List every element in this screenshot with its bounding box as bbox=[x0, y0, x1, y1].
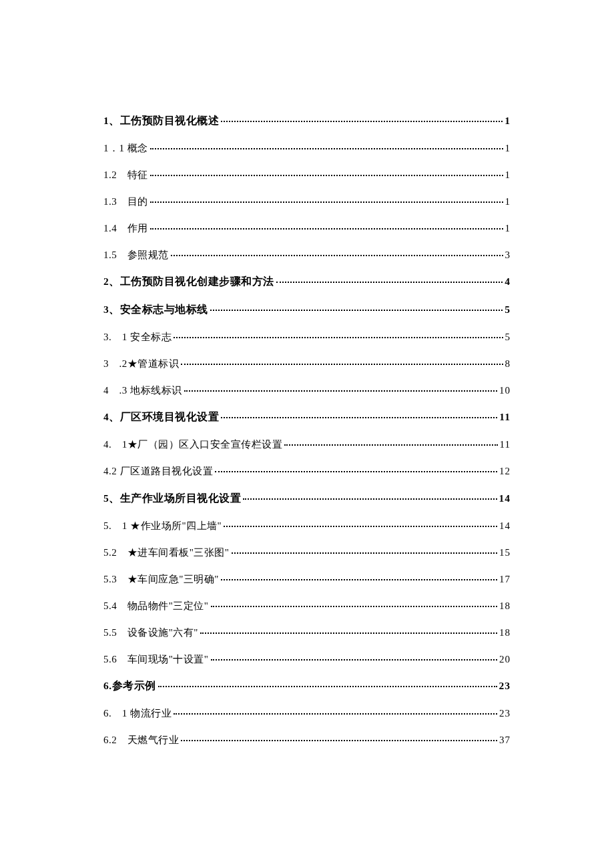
toc-entry: 1.3 目的1 bbox=[103, 195, 511, 208]
toc-entry: 1.2 特征1 bbox=[103, 168, 511, 181]
toc-entry: 4 .3 地标线标识10 bbox=[103, 384, 511, 397]
toc-page-number: 4 bbox=[505, 276, 511, 288]
toc-label: 3、安全标志与地标线 bbox=[103, 303, 208, 317]
toc-leader bbox=[284, 438, 497, 448]
toc-leader bbox=[210, 302, 503, 313]
toc-label: 4. 1★厂（园）区入口安全宣传栏设置 bbox=[103, 438, 282, 451]
toc-label: 4、厂区环境目视化设置 bbox=[103, 410, 219, 424]
toc-entry: 5.5 设备设施"六有"18 bbox=[103, 626, 511, 639]
toc-page-number: 1 bbox=[505, 115, 511, 127]
toc-label: 5.2 ★进车间看板"三张图" bbox=[103, 546, 230, 559]
toc-label: 5.6 车间现场"十设置" bbox=[103, 653, 209, 666]
toc-label: 4.2 厂区道路目视化设置 bbox=[103, 465, 213, 478]
toc-entry: 3、安全标志与地标线5 bbox=[103, 302, 511, 317]
toc-entry: 3 .2★管道标识8 bbox=[103, 357, 511, 370]
toc-page-number: 12 bbox=[499, 466, 511, 477]
toc-page-number: 18 bbox=[499, 627, 511, 638]
toc-entry: 5、生产作业场所目视化设置14 bbox=[103, 491, 511, 506]
toc-page-number: 1 bbox=[505, 223, 511, 234]
toc-page-number: 1 bbox=[505, 143, 511, 154]
toc-leader bbox=[221, 113, 503, 124]
toc-label: 5、生产作业场所目视化设置 bbox=[103, 492, 241, 506]
toc-page-number: 23 bbox=[499, 680, 511, 692]
toc-entry: 1.5 参照规范3 bbox=[103, 248, 511, 262]
toc-page-number: 5 bbox=[505, 304, 511, 316]
toc-entry: 6.参考示例23 bbox=[103, 679, 511, 694]
toc-entry: 2、工伤预防目视化创建步骤和方法4 bbox=[103, 275, 511, 290]
toc-leader bbox=[150, 195, 503, 205]
toc-entry: 6. 1 物流行业23 bbox=[103, 707, 511, 720]
toc-label: 3. 1 安全标志 bbox=[103, 331, 172, 344]
toc-leader bbox=[184, 384, 498, 394]
toc-label: 1、工伤预防目视化概述 bbox=[103, 114, 219, 128]
toc-entry: 5.4 物品物件"三定位"18 bbox=[103, 599, 511, 612]
toc-entry: 4. 1★厂（园）区入口安全宣传栏设置11 bbox=[103, 438, 511, 451]
toc-label: 6.参考示例 bbox=[103, 679, 156, 693]
toc-page-number: 3 bbox=[505, 250, 511, 261]
toc-page-number: 37 bbox=[499, 735, 511, 746]
toc-label: 6. 1 物流行业 bbox=[103, 707, 172, 720]
toc-leader bbox=[150, 141, 503, 151]
toc-label: 1.3 目的 bbox=[103, 195, 148, 208]
toc-label: 5. 1 ★作业场所"四上墙" bbox=[103, 520, 222, 532]
toc-page-number: 14 bbox=[499, 492, 511, 504]
toc-page-number: 5 bbox=[505, 332, 511, 343]
toc-leader bbox=[174, 330, 503, 340]
toc-page-number: 8 bbox=[505, 358, 511, 370]
toc-label: 1.5 参照规范 bbox=[103, 249, 169, 262]
toc-leader bbox=[150, 168, 503, 178]
toc-entry: 6.2 天燃气行业37 bbox=[103, 733, 511, 747]
toc-leader bbox=[174, 707, 497, 717]
toc-entry: 1．1 概念1 bbox=[103, 141, 511, 155]
toc-entry: 4、厂区环境目视化设置11 bbox=[103, 410, 511, 425]
toc-leader bbox=[224, 519, 497, 529]
toc-page-number: 14 bbox=[499, 520, 511, 532]
toc-page-number: 23 bbox=[499, 708, 511, 719]
toc-page-number: 20 bbox=[499, 654, 511, 665]
toc-label: 3 .2★管道标识 bbox=[103, 358, 179, 370]
toc-page-number: 15 bbox=[499, 547, 511, 558]
toc-leader bbox=[181, 733, 497, 743]
toc-leader bbox=[221, 410, 497, 421]
toc-leader bbox=[221, 572, 497, 582]
toc-leader bbox=[232, 546, 498, 556]
toc-page-number: 11 bbox=[500, 439, 511, 450]
toc-label: 5.4 物品物件"三定位" bbox=[103, 600, 209, 612]
toc-page-number: 1 bbox=[505, 169, 511, 181]
toc-leader bbox=[215, 464, 497, 474]
toc-leader bbox=[181, 357, 503, 367]
toc-label: 1.4 作用 bbox=[103, 222, 148, 235]
toc-entry: 1.4 作用1 bbox=[103, 222, 511, 235]
toc-label: 5.3 ★车间应急"三明确" bbox=[103, 573, 219, 586]
toc-label: 5.5 设备设施"六有" bbox=[103, 626, 198, 639]
toc-label: 1.2 特征 bbox=[103, 169, 148, 181]
toc-leader bbox=[211, 653, 498, 663]
toc-leader bbox=[171, 248, 503, 258]
toc-label: 1．1 概念 bbox=[103, 142, 148, 155]
table-of-contents: 1、工伤预防目视化概述11．1 概念11.2 特征11.3 目的11.4 作用1… bbox=[103, 113, 511, 747]
toc-entry: 1、工伤预防目视化概述1 bbox=[103, 113, 511, 128]
toc-entry: 5. 1 ★作业场所"四上墙"14 bbox=[103, 519, 511, 532]
toc-label: 2、工伤预防目视化创建步骤和方法 bbox=[103, 275, 274, 289]
toc-page-number: 1 bbox=[505, 196, 511, 207]
toc-label: 4 .3 地标线标识 bbox=[103, 384, 182, 397]
toc-leader bbox=[158, 679, 497, 690]
toc-leader bbox=[150, 222, 503, 232]
toc-entry: 5.3 ★车间应急"三明确"17 bbox=[103, 572, 511, 586]
toc-entry: 5.2 ★进车间看板"三张图"15 bbox=[103, 546, 511, 559]
toc-leader bbox=[243, 491, 497, 502]
toc-leader bbox=[276, 275, 503, 286]
toc-page-number: 17 bbox=[499, 574, 511, 585]
toc-page-number: 11 bbox=[499, 411, 511, 423]
toc-entry: 5.6 车间现场"十设置"20 bbox=[103, 653, 511, 666]
toc-page-number: 10 bbox=[499, 385, 511, 396]
toc-leader bbox=[211, 599, 498, 609]
toc-page-number: 18 bbox=[499, 600, 511, 612]
toc-label: 6.2 天燃气行业 bbox=[103, 734, 179, 747]
toc-leader bbox=[200, 626, 497, 636]
toc-entry: 3. 1 安全标志5 bbox=[103, 330, 511, 344]
toc-entry: 4.2 厂区道路目视化设置12 bbox=[103, 464, 511, 478]
